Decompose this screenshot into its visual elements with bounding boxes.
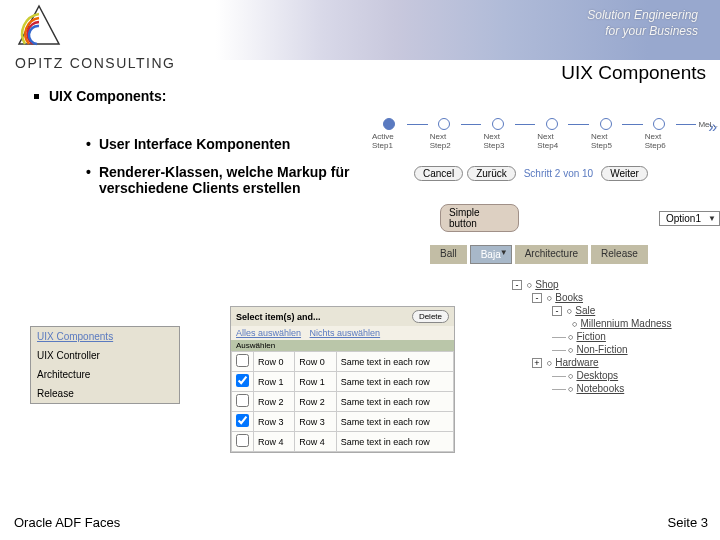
wizard-step[interactable]: »Mel... [698, 118, 718, 129]
tree-node[interactable]: Non-Fiction [512, 343, 672, 356]
select-all-link[interactable]: Alles auswählen [236, 328, 301, 338]
wizard-step[interactable]: Next Step3 [483, 118, 512, 150]
bullet-marker-icon [34, 94, 39, 99]
option-select[interactable]: Option1 [659, 211, 720, 226]
tree-branch-icon [552, 344, 568, 355]
tagline-line2: for your Business [587, 24, 698, 40]
tab-item[interactable]: Ball [430, 245, 467, 264]
wizard-step[interactable]: Next Step6 [645, 118, 674, 150]
tree-branch-icon [552, 370, 568, 381]
row-checkbox[interactable] [236, 374, 249, 387]
tagline: Solution Engineering for your Business [587, 8, 698, 39]
row-checkbox-cell [232, 372, 254, 392]
step-label: Next Step3 [483, 132, 512, 150]
tree-label[interactable]: Millennium Madness [580, 318, 671, 329]
step-circle-icon [600, 118, 612, 130]
expand-icon[interactable]: + [532, 358, 542, 368]
sidebar-item[interactable]: UIX Components [31, 327, 179, 346]
step-circle-icon [546, 118, 558, 130]
wizard-step[interactable]: Next Step2 [430, 118, 459, 150]
logo-icon [15, 2, 63, 50]
delete-button[interactable]: Delete [412, 310, 449, 323]
tree-branch-icon [552, 331, 568, 342]
step-hint: Schritt 2 von 10 [524, 168, 593, 179]
tree-label[interactable]: Notebooks [576, 383, 624, 394]
step-label: Next Step4 [537, 132, 566, 150]
simple-button[interactable]: Simple button [440, 204, 519, 232]
wizard-steps: Active Step1Next Step2Next Step3Next Ste… [370, 118, 720, 150]
dialog-nav: Cancel Zurück Schritt 2 von 10 Weiter [414, 166, 648, 181]
sidebar-item[interactable]: UIX Controller [31, 346, 179, 365]
page-title: UIX Components [561, 62, 706, 84]
tab-item[interactable]: Release [591, 245, 648, 264]
row-checkbox[interactable] [236, 434, 249, 447]
tree-label[interactable]: Books [555, 292, 583, 303]
sidebar-item[interactable]: Release [31, 384, 179, 403]
back-button[interactable]: Zurück [467, 166, 516, 181]
wizard-step[interactable]: Next Step4 [537, 118, 566, 150]
tree-node[interactable]: - Sale [512, 304, 672, 317]
wizard-connector [407, 124, 428, 125]
row-checkbox-cell [232, 412, 254, 432]
subtitle-text: UIX Components: [49, 88, 166, 104]
tree-label[interactable]: Desktops [576, 370, 618, 381]
row-checkbox[interactable] [236, 394, 249, 407]
wizard-step[interactable]: Next Step5 [591, 118, 620, 150]
expand-icon[interactable]: - [512, 280, 522, 290]
row-checkbox-cell [232, 392, 254, 412]
logo-text-2: CONSULTING [70, 55, 176, 71]
tree-label[interactable]: Non-Fiction [576, 344, 627, 355]
select-none-link[interactable]: Nichts auswählen [310, 328, 381, 338]
row-cell: Row 1 [254, 372, 295, 392]
cancel-button[interactable]: Cancel [414, 166, 463, 181]
tree-label[interactable]: Hardware [555, 357, 598, 368]
tree-view: - Shop- Books- SaleMillennium MadnessFic… [512, 278, 672, 395]
tree-node[interactable]: + Hardware [512, 356, 672, 369]
expand-icon[interactable]: - [532, 293, 542, 303]
tree-bullet-icon [567, 305, 575, 316]
table-row: Row 0Row 0Same text in each row [232, 352, 454, 372]
bullet-text: Renderer-Klassen, welche Markup für vers… [99, 164, 379, 196]
tree-node[interactable]: - Books [512, 291, 672, 304]
tree-node[interactable]: Fiction [512, 330, 672, 343]
wizard-step[interactable]: Active Step1 [372, 118, 405, 150]
row-cell: Row 0 [254, 352, 295, 372]
tagline-line1: Solution Engineering [587, 8, 698, 24]
wizard-connector [461, 124, 482, 125]
bullet-dot-icon [86, 164, 91, 196]
tree-label[interactable]: Fiction [576, 331, 605, 342]
wizard-connector [676, 124, 697, 125]
tree-node[interactable]: - Shop [512, 278, 672, 291]
step-label: Next Step2 [430, 132, 459, 150]
tab-item[interactable]: Architecture [515, 245, 588, 264]
tree-node[interactable]: Millennium Madness [512, 317, 672, 330]
tree-label[interactable]: Shop [535, 279, 558, 290]
next-button[interactable]: Weiter [601, 166, 648, 181]
row-cell: Row 0 [295, 352, 336, 372]
expand-icon[interactable]: - [552, 306, 562, 316]
tree-node[interactable]: Notebooks [512, 382, 672, 395]
tab-item[interactable]: Baja [470, 245, 512, 264]
wizard-connector [622, 124, 643, 125]
row-checkbox-cell [232, 352, 254, 372]
row-checkbox[interactable] [236, 354, 249, 367]
wizard-connector [568, 124, 589, 125]
tree-label[interactable]: Sale [575, 305, 595, 316]
footer-right: Seite 3 [668, 515, 708, 530]
table-row: Row 4Row 4Same text in each row [232, 432, 454, 452]
row-cell: Same text in each row [336, 392, 453, 412]
footer-left: Oracle ADF Faces [14, 515, 120, 530]
row-cell: Row 4 [254, 432, 295, 452]
logo-text-1: OPITZ [15, 55, 64, 71]
sidebar-item[interactable]: Architecture [31, 365, 179, 384]
row-checkbox[interactable] [236, 414, 249, 427]
step-circle-icon [383, 118, 395, 130]
bullet-dot-icon [86, 136, 91, 152]
tree-branch-icon [552, 383, 568, 394]
row-checkbox-cell [232, 432, 254, 452]
step-circle-icon [492, 118, 504, 130]
row-cell: Row 3 [254, 412, 295, 432]
row-cell: Row 2 [254, 392, 295, 412]
logo-text: OPITZ CONSULTING [15, 55, 175, 71]
tree-node[interactable]: Desktops [512, 369, 672, 382]
